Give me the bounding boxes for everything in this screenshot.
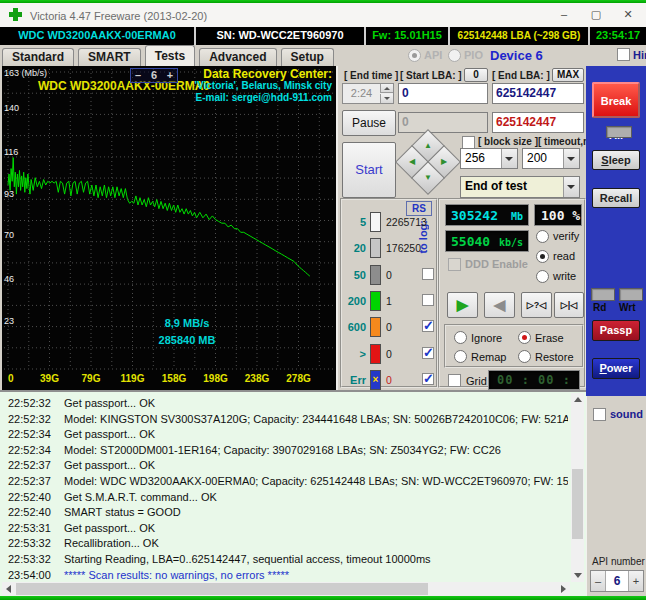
scroll-down-icon[interactable] (571, 569, 584, 582)
drive-info-bar: WDC WD3200AAKX-00ERMA0 SN: WD-WCC2ET9609… (0, 27, 646, 45)
defect-radio-ignore[interactable] (454, 331, 467, 344)
x-tick-label: 158G (162, 373, 186, 384)
start-button[interactable]: Start (342, 142, 396, 198)
counter-row: 52265713 (346, 212, 434, 234)
hscroll-thumb[interactable] (16, 583, 428, 595)
current-position-label: 285840 MB (145, 334, 229, 346)
read-led-label: Rd (593, 302, 606, 313)
log-checkbox[interactable] (422, 320, 434, 332)
defect-radio-erase[interactable] (518, 331, 531, 344)
end-lba-input[interactable]: 625142447 (492, 83, 584, 104)
log-time: 22:52:34 (8, 444, 51, 456)
end-time-spinner[interactable]: 2:24 (342, 83, 394, 104)
drive-model: WDC WD3200AAKX-00ERMA0 (0, 27, 196, 45)
mode-radio-write[interactable] (536, 270, 549, 283)
back-button[interactable]: ◀ (484, 292, 515, 318)
api-plus-button[interactable]: + (629, 571, 643, 591)
sleep-button[interactable]: Sleep (592, 150, 640, 170)
y-tick-label: 23 (4, 316, 14, 326)
title-bar[interactable]: Victoria 4.47 Freeware (2013-02-20) – ▢ … (0, 3, 646, 28)
dropdown-arrow-icon[interactable] (501, 149, 517, 168)
mode-radio-read[interactable] (536, 250, 549, 263)
banner: Data Recovery Center: 'Victoria', Belaru… (195, 68, 332, 104)
counter-threshold-label: Err (346, 374, 366, 386)
error-cross-icon: × (373, 375, 379, 385)
current-lba-field[interactable]: 625142447 (492, 112, 584, 133)
speed-unit: kb/s (499, 237, 523, 248)
defect-radio-restore[interactable] (518, 350, 531, 363)
device-label: Device 6 (490, 48, 543, 63)
tab-tests[interactable]: Tests (145, 45, 195, 66)
tab-smart[interactable]: SMART (78, 48, 141, 66)
tab-advanced[interactable]: Advanced (199, 48, 276, 66)
start-lba-input[interactable]: 0 (398, 83, 488, 104)
tab-setup[interactable]: Setup (281, 48, 334, 66)
start-lba-zero-button[interactable]: 0 (464, 68, 488, 82)
dropdown-arrow-icon[interactable] (563, 149, 579, 168)
minimize-button[interactable]: – (548, 3, 580, 27)
graph-scale-spinner[interactable]: – 6 + (130, 68, 178, 83)
pause-button[interactable]: Pause (342, 110, 396, 136)
seek-end-button[interactable]: ▷|◁ (554, 292, 584, 318)
seek-end-icon: ▷|◁ (555, 293, 583, 317)
log-line: 22:53:32Starting Reading, LBA=0..6251424… (2, 553, 568, 568)
pio-radio[interactable] (448, 49, 461, 62)
log-checkbox[interactable] (422, 347, 434, 359)
counter-color-block: × (370, 370, 381, 390)
victoria-app-window: Victoria 4.47 Freeware (2013-02-20) – ▢ … (0, 0, 646, 600)
scroll-right-icon[interactable] (557, 582, 570, 595)
speed-value: 55040 (451, 234, 490, 249)
api-minus-button[interactable]: – (591, 571, 605, 591)
block-size-value: 256 (465, 151, 485, 165)
log-checkbox[interactable] (422, 268, 434, 280)
scale-minus-button[interactable]: – (131, 69, 145, 82)
vscroll-thumb[interactable] (572, 469, 583, 539)
close-button[interactable]: ✕ (612, 3, 644, 27)
scale-value: 6 (145, 69, 163, 82)
log-line: 22:52:40Get S.M.A.R.T. command... OK (2, 491, 568, 506)
mb-lcd: 305242 Mb (445, 204, 529, 226)
log-panel: 22:52:32Get passport... OK22:52:32Model:… (0, 390, 586, 596)
scroll-up-icon[interactable] (571, 393, 584, 406)
x-tick-label: 0 (8, 373, 14, 384)
spin-up-icon[interactable] (380, 84, 393, 93)
end-lba-label: [ End LBA: ] (492, 70, 550, 81)
block-size-dropdown[interactable]: 256 (460, 148, 518, 169)
break-all-button[interactable]: Break All (592, 82, 640, 118)
spin-down-icon[interactable] (380, 94, 393, 103)
power-button[interactable]: Power (592, 358, 640, 379)
api-radio[interactable] (408, 49, 421, 62)
log-line: 22:52:34Model: ST2000DM001-1ER164; Capac… (2, 444, 568, 459)
y-tick-label: 46 (4, 274, 14, 284)
drive-firmware: Fw: 15.01H15 (366, 27, 450, 45)
status-panel: 305242 Mb 100 % 55040 kb/s DDD Enable ▶ … (438, 198, 586, 388)
window-title: Victoria 4.47 Freeware (2013-02-20) (30, 10, 207, 22)
grid-checkbox[interactable] (448, 374, 461, 387)
play-button[interactable]: ▶ (447, 292, 478, 318)
mode-radio-verify[interactable] (536, 230, 549, 243)
scroll-left-icon[interactable] (2, 582, 15, 595)
hints-label: Hints (633, 49, 646, 61)
counter-value: 0 (386, 321, 392, 333)
log-checkbox[interactable] (422, 294, 434, 306)
max-button[interactable]: MAX (552, 68, 584, 82)
seek-question-button[interactable]: ▷?◁ (521, 292, 552, 318)
recall-button[interactable]: Recall (592, 188, 640, 208)
log-hscrollbar[interactable] (2, 582, 570, 596)
dropdown-arrow-icon[interactable] (563, 177, 579, 197)
hints-checkbox[interactable] (617, 48, 630, 61)
scale-plus-button[interactable]: + (163, 69, 177, 82)
maximize-button[interactable]: ▢ (580, 3, 612, 27)
play-icon: ▶ (448, 293, 477, 317)
log-vscrollbar[interactable] (571, 393, 584, 582)
sound-checkbox[interactable] (593, 408, 606, 421)
defect-radio-remap[interactable] (454, 350, 467, 363)
log-checkbox[interactable] (422, 373, 434, 385)
timeout-dropdown[interactable]: 200 (522, 148, 580, 169)
tab-standard[interactable]: Standard (2, 48, 74, 66)
passp-button[interactable]: Passp (592, 320, 640, 341)
ddd-enable-checkbox[interactable] (448, 258, 461, 271)
log-text: Recallibration... OK (64, 537, 568, 549)
end-time-label: [ End time ] (344, 70, 398, 81)
end-action-dropdown[interactable]: End of test (460, 176, 580, 198)
